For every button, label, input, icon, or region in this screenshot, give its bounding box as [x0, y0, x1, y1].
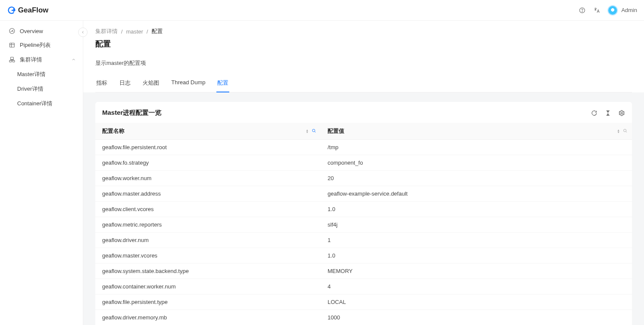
- config-table: 配置名称 ▲▼ 配置值 ▲▼: [95, 123, 632, 325]
- config-name-cell: geaflow.client.vcores: [95, 202, 321, 217]
- sidebar-collapse-toggle[interactable]: [78, 28, 88, 37]
- config-name-cell: geaflow.master.vcores: [95, 248, 321, 264]
- cluster-icon: [9, 56, 15, 63]
- avatar: [608, 5, 618, 15]
- card-title: Master进程配置一览: [102, 109, 161, 117]
- table-row: geaflow.container.worker.num4: [95, 279, 632, 294]
- config-value-cell: 4: [321, 279, 632, 294]
- config-value-cell: MEMORY: [321, 264, 632, 279]
- svg-rect-4: [11, 57, 14, 59]
- brand-logo-icon: [7, 6, 16, 15]
- density-icon[interactable]: [605, 110, 611, 117]
- card-header: Master进程配置一览: [95, 102, 632, 123]
- search-icon[interactable]: [311, 128, 316, 134]
- table-row: geaflow.system.state.backend.typeMEMORY: [95, 264, 632, 279]
- content-area: 集群详情 / master / 配置 配置 显示master的配置项 指标 日志…: [83, 21, 644, 325]
- user-menu[interactable]: Admin: [608, 5, 637, 15]
- table-row: geaflow.metric.reportersslf4j: [95, 217, 632, 233]
- sort-icon[interactable]: ▲▼: [306, 129, 309, 133]
- config-card: Master进程配置一览 配置名: [95, 102, 632, 325]
- config-value-cell: 20: [321, 171, 632, 186]
- table-row: geaflow.worker.num20: [95, 171, 632, 186]
- topbar-actions: Admin: [578, 5, 637, 15]
- svg-rect-3: [10, 43, 15, 47]
- config-name-cell: geaflow.file.persistent.root: [95, 140, 321, 155]
- search-icon[interactable]: [623, 128, 628, 134]
- breadcrumb-item-current: 配置: [152, 28, 163, 35]
- config-value-cell: 1.0: [321, 202, 632, 217]
- config-name-cell: geaflow.driver.memory.mb: [95, 310, 321, 325]
- config-name-cell: geaflow.driver.num: [95, 233, 321, 248]
- sidebar-item-label: Master详情: [17, 71, 46, 78]
- help-icon[interactable]: [578, 6, 586, 14]
- brand-logo[interactable]: GeaFlow: [7, 6, 49, 15]
- table-icon: [9, 42, 15, 49]
- config-name-cell: geaflow.system.state.backend.type: [95, 264, 321, 279]
- tab-flame[interactable]: 火焰图: [142, 75, 160, 92]
- svg-rect-6: [12, 60, 15, 62]
- config-value-cell: /tmp: [321, 140, 632, 155]
- user-name: Admin: [621, 7, 637, 13]
- breadcrumb: 集群详情 / master / 配置: [95, 28, 632, 35]
- svg-point-1: [582, 11, 583, 12]
- column-header-label: 配置值: [328, 128, 344, 134]
- svg-point-9: [624, 129, 626, 132]
- table-row: geaflow.driver.memory.mb1000: [95, 310, 632, 325]
- sidebar-item-container[interactable]: Container详情: [0, 96, 83, 111]
- table-row: geaflow.client.vcores1.0: [95, 202, 632, 217]
- config-value-cell: component_fo: [321, 155, 632, 171]
- page-description: 显示master的配置项: [95, 59, 632, 67]
- sidebar-item-master[interactable]: Master详情: [0, 67, 83, 82]
- sidebar-item-driver[interactable]: Driver详情: [0, 82, 83, 96]
- sidebar-item-overview[interactable]: Overview: [0, 24, 83, 38]
- page-header: 集群详情 / master / 配置 配置 显示master的配置项 指标 日志…: [83, 21, 644, 92]
- table-row: geaflow.file.persistent.root/tmp: [95, 140, 632, 155]
- column-header-value[interactable]: 配置值 ▲▼: [321, 123, 632, 140]
- table-row: geaflow.driver.num1: [95, 233, 632, 248]
- sidebar-item-cluster[interactable]: 集群详情: [0, 52, 83, 67]
- table-row: geaflow.master.vcores1.0: [95, 248, 632, 264]
- sidebar-item-label: Pipeline列表: [20, 41, 51, 49]
- config-name-cell: geaflow.fo.strategy: [95, 155, 321, 171]
- sidebar-item-label: 集群详情: [20, 56, 42, 64]
- refresh-icon[interactable]: [591, 110, 598, 117]
- topbar: GeaFlow Admin: [0, 0, 644, 21]
- table-row: geaflow.master.addressgeaflow-example-se…: [95, 186, 632, 202]
- config-name-cell: geaflow.metric.reporters: [95, 217, 321, 233]
- config-value-cell: slf4j: [321, 217, 632, 233]
- card-actions: [591, 110, 625, 117]
- config-name-cell: geaflow.container.worker.num: [95, 279, 321, 294]
- config-name-cell: geaflow.worker.num: [95, 171, 321, 186]
- sidebar-item-pipeline[interactable]: Pipeline列表: [0, 38, 83, 52]
- translate-icon[interactable]: [593, 6, 601, 14]
- svg-rect-5: [9, 60, 12, 62]
- column-header-name[interactable]: 配置名称 ▲▼: [95, 123, 321, 140]
- chevron-up-icon: [71, 57, 76, 63]
- breadcrumb-item[interactable]: 集群详情: [95, 28, 118, 35]
- config-value-cell: 1: [321, 233, 632, 248]
- config-value-cell: LOCAL: [321, 294, 632, 310]
- tabs: 指标 日志 火焰图 Thread Dump 配置: [95, 75, 632, 92]
- dashboard-icon: [9, 28, 15, 34]
- config-name-cell: geaflow.file.persistent.type: [95, 294, 321, 310]
- tab-logs[interactable]: 日志: [118, 75, 131, 92]
- breadcrumb-separator: /: [146, 28, 148, 35]
- breadcrumb-item[interactable]: master: [126, 28, 143, 35]
- breadcrumb-separator: /: [121, 28, 123, 35]
- svg-point-8: [313, 129, 315, 132]
- page-title: 配置: [95, 39, 632, 49]
- sort-icon[interactable]: ▲▼: [617, 129, 620, 133]
- table-row: geaflow.fo.strategycomponent_fo: [95, 155, 632, 171]
- column-header-label: 配置名称: [102, 128, 125, 134]
- config-value-cell: 1.0: [321, 248, 632, 264]
- tab-config[interactable]: 配置: [216, 75, 229, 92]
- brand-name: GeaFlow: [18, 6, 49, 15]
- tab-metrics[interactable]: 指标: [95, 75, 108, 92]
- sidebar-item-label: Overview: [20, 28, 43, 34]
- sidebar-item-label: Driver详情: [17, 85, 43, 93]
- tab-thread-dump[interactable]: Thread Dump: [170, 75, 206, 92]
- config-value-cell: 1000: [321, 310, 632, 325]
- sidebar: Overview Pipeline列表 集群详情 Master详情: [0, 21, 83, 325]
- svg-point-7: [621, 112, 623, 114]
- settings-icon[interactable]: [618, 110, 625, 117]
